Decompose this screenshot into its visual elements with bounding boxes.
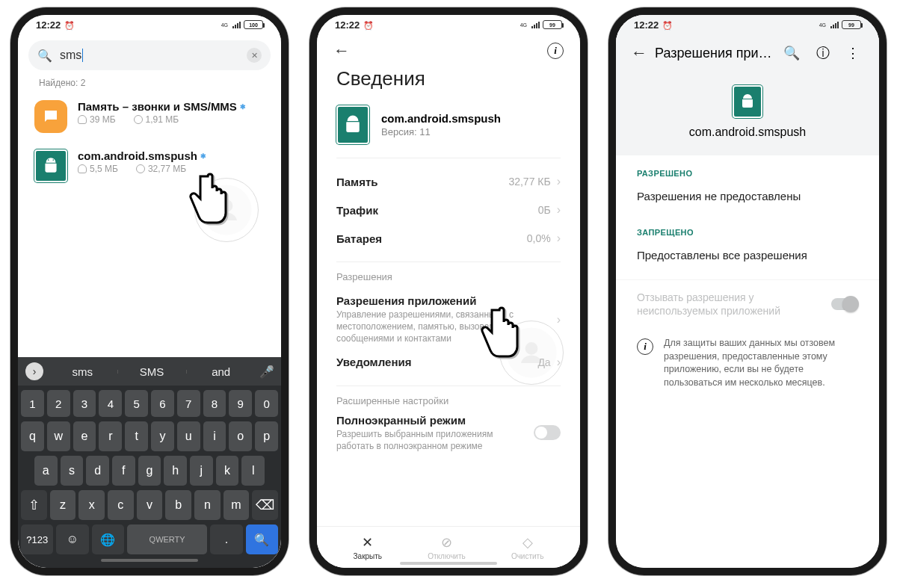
network-label: 4G	[221, 22, 228, 28]
key-g[interactable]: g	[138, 456, 161, 486]
key-t[interactable]: t	[125, 421, 148, 451]
key-0[interactable]: 0	[255, 390, 278, 417]
key-2[interactable]: 2	[47, 390, 70, 417]
key-e[interactable]: e	[73, 421, 96, 451]
key-c[interactable]: c	[108, 490, 134, 520]
help-icon[interactable]: ⓘ	[812, 44, 834, 62]
mic-icon[interactable]: 🎤	[256, 365, 278, 379]
info-icon[interactable]: i	[547, 43, 564, 59]
alarm-icon	[662, 19, 673, 31]
signal-icon	[830, 21, 839, 28]
key-m[interactable]: m	[224, 490, 250, 520]
clear-icon[interactable]: ✕	[247, 48, 262, 63]
key-u[interactable]: u	[177, 421, 200, 451]
suggestion[interactable]: SMS	[117, 365, 187, 378]
row-storage[interactable]: Память 32,77 КБ›	[336, 167, 561, 196]
page-title: Сведения	[317, 67, 580, 101]
key-n[interactable]: n	[194, 490, 221, 520]
key-s[interactable]: s	[61, 456, 84, 486]
system-dot-icon: ✱	[240, 103, 246, 111]
key-6[interactable]: 6	[151, 390, 174, 417]
action-close[interactable]: ✕Закрыть	[354, 534, 383, 560]
chevron-right-icon: ›	[557, 203, 561, 217]
row-fullscreen[interactable]: Полноэкранный режим Разрешить выбранным …	[336, 414, 561, 452]
row-traffic[interactable]: Трафик 0Б›	[336, 196, 561, 224]
close-icon: ✕	[362, 534, 373, 551]
key-a[interactable]: a	[34, 456, 58, 486]
network-label: 4G	[819, 22, 826, 28]
nav-handle[interactable]	[400, 562, 497, 565]
disable-icon: ⊘	[441, 534, 452, 551]
key-w[interactable]: w	[47, 421, 70, 451]
keyboard: 1234567890 qwertyuiop asdfghjkl ⇧ zxcvbn…	[18, 386, 281, 568]
key-emoji[interactable]: ☺	[56, 524, 88, 554]
row-battery[interactable]: Батарея 0,0%›	[336, 224, 561, 253]
app-row-memory[interactable]: Память – звонки и SMS/MMS✱ 39 МБ 1,91 МБ	[18, 94, 281, 143]
key-i[interactable]: i	[203, 421, 226, 451]
key-x[interactable]: x	[78, 490, 105, 520]
key-9[interactable]: 9	[229, 390, 252, 417]
allowed-text: Разрешения не предоставлены	[616, 185, 879, 214]
denied-text: Предоставлены все разрешения	[616, 244, 879, 273]
expand-suggestions-icon[interactable]: ›	[25, 362, 43, 380]
info-icon: i	[637, 338, 653, 355]
key-r[interactable]: r	[99, 421, 122, 451]
toggle-fullscreen[interactable]	[534, 425, 561, 440]
key-q[interactable]: q	[21, 421, 44, 451]
key-5[interactable]: 5	[125, 390, 148, 417]
overflow-menu-icon[interactable]: ⋮	[842, 45, 864, 61]
search-bar[interactable]: 🔍 sms ✕	[28, 40, 271, 70]
key-search[interactable]: 🔍	[246, 524, 278, 554]
key-shift[interactable]: ⇧	[21, 490, 47, 520]
key-v[interactable]: v	[137, 490, 163, 520]
search-icon[interactable]: 🔍	[779, 45, 804, 61]
app-icon-memory	[34, 100, 67, 133]
key-space[interactable]: QWERTY	[127, 524, 208, 554]
key-8[interactable]: 8	[203, 390, 226, 417]
search-icon: 🔍	[37, 49, 52, 63]
section-advanced: Расширенные настройки	[336, 395, 561, 406]
key-lang[interactable]: 🌐	[92, 524, 124, 554]
key-d[interactable]: d	[86, 456, 109, 486]
key-backspace[interactable]: ⌫	[252, 490, 278, 520]
key-3[interactable]: 3	[73, 390, 96, 417]
alarm-icon	[363, 19, 374, 31]
back-icon[interactable]: ←	[333, 41, 350, 61]
key-z[interactable]: z	[50, 490, 76, 520]
chevron-right-icon: ›	[557, 232, 561, 245]
row-revoke-unused[interactable]: Отзывать разрешения у неиспользуемых при…	[616, 279, 879, 324]
key-y[interactable]: y	[151, 421, 174, 451]
signal-icon	[531, 21, 540, 28]
page-title: Разрешения при…	[655, 46, 771, 61]
key-symbols[interactable]: ?123	[21, 524, 53, 554]
key-1[interactable]: 1	[21, 390, 44, 417]
suggestion[interactable]: and	[186, 365, 256, 378]
key-4[interactable]: 4	[99, 390, 122, 417]
suggestion[interactable]: sms	[48, 365, 117, 378]
app-name: com.android.smspush	[381, 112, 501, 125]
key-7[interactable]: 7	[177, 390, 200, 417]
key-b[interactable]: b	[165, 490, 191, 520]
key-f[interactable]: f	[112, 456, 135, 486]
key-o[interactable]: o	[229, 421, 252, 451]
system-dot-icon: ✱	[200, 152, 206, 160]
battery-icon: 99	[543, 20, 562, 29]
section-denied: ЗАПРЕЩЕНО	[616, 214, 879, 244]
keyboard-suggestions: › sms SMS and 🎤	[18, 357, 281, 386]
action-clear[interactable]: ◇Очистить	[511, 534, 544, 560]
key-l[interactable]: l	[241, 456, 265, 486]
search-input[interactable]: sms	[60, 49, 239, 63]
key-h[interactable]: h	[164, 456, 187, 486]
app-icon	[336, 105, 369, 144]
key-j[interactable]: j	[190, 456, 213, 486]
back-icon[interactable]: ←	[631, 43, 647, 63]
action-disable[interactable]: ⊘Отключить	[428, 534, 466, 560]
battery-icon: 100	[244, 20, 263, 29]
key-k[interactable]: k	[216, 456, 239, 486]
alarm-icon	[64, 19, 75, 31]
nav-handle[interactable]	[101, 559, 198, 562]
storage-icon	[78, 115, 87, 124]
key-period[interactable]: .	[210, 524, 242, 554]
toggle-revoke[interactable]	[831, 298, 858, 310]
key-p[interactable]: p	[255, 421, 278, 451]
